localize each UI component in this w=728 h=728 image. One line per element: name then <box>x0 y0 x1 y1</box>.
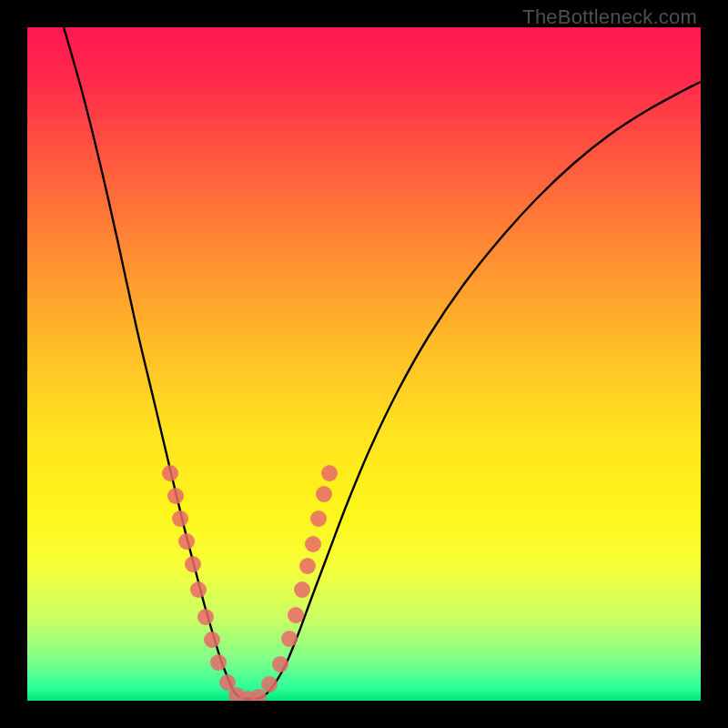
data-point <box>299 558 316 574</box>
data-point <box>316 486 332 502</box>
chart-svg <box>27 27 701 701</box>
data-point <box>310 511 327 527</box>
data-point <box>294 581 310 598</box>
data-point <box>178 533 195 550</box>
watermark-text: TheBottleneck.com <box>522 5 697 29</box>
data-points-group <box>162 465 338 701</box>
plot-area <box>27 27 701 701</box>
data-point <box>190 581 207 598</box>
data-point <box>172 511 188 527</box>
bottleneck-curve <box>64 27 701 699</box>
data-point <box>261 676 278 693</box>
data-point <box>204 632 220 648</box>
chart-frame: TheBottleneck.com <box>0 0 728 728</box>
data-point <box>162 465 178 481</box>
data-point <box>321 465 338 481</box>
data-point <box>210 654 227 671</box>
data-point <box>197 609 214 625</box>
data-point <box>281 631 298 647</box>
data-point <box>167 488 184 504</box>
data-point <box>272 656 288 672</box>
data-point <box>288 607 304 623</box>
data-point <box>305 536 321 552</box>
data-point <box>185 556 201 572</box>
